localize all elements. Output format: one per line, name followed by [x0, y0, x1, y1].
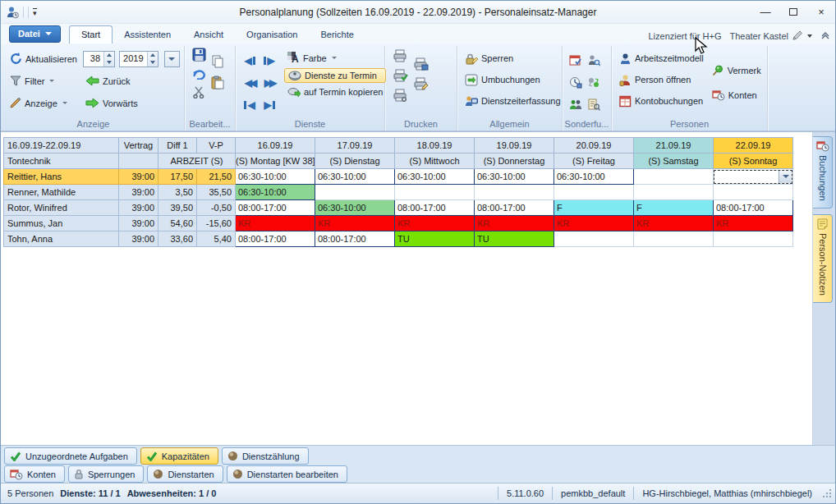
- dienste-zu-termin-button[interactable]: Dienste zu Termin: [284, 68, 386, 83]
- sperren-button[interactable]: Sperren: [462, 48, 558, 69]
- schedule-cell[interactable]: [714, 169, 793, 185]
- print-check-icon[interactable]: [393, 69, 408, 83]
- umbuchungen-button[interactable]: Umbuchungen: [462, 69, 558, 90]
- arbeitszeitmodell-button[interactable]: Arbeitszeitmodell: [616, 48, 707, 69]
- two-persons-icon[interactable]: [569, 99, 582, 111]
- schedule-cell[interactable]: [475, 185, 554, 200]
- schedule-cell[interactable]: 06:30-10:00: [475, 169, 554, 185]
- tab-ansicht[interactable]: Ansicht: [182, 26, 235, 44]
- profile-selector[interactable]: Theater Kastel: [729, 30, 812, 41]
- person-search-icon[interactable]: [587, 54, 600, 66]
- undo-icon[interactable]: [192, 68, 206, 80]
- nav-last-button[interactable]: ▶: [264, 99, 274, 111]
- save-icon[interactable]: [192, 48, 206, 62]
- maximize-button[interactable]: [779, 2, 807, 23]
- side-tab-buchungen[interactable]: Buchungen: [813, 136, 833, 208]
- nav-fast-forward-button[interactable]: ▶▶: [264, 77, 274, 89]
- person-name-cell[interactable]: Rotor, Winifred: [4, 200, 119, 216]
- vermerk-button[interactable]: Vermerk: [709, 60, 765, 81]
- dienstarten-bearbeiten-button[interactable]: Dienstarten bearbeiten: [227, 465, 347, 483]
- paste-icon[interactable]: [211, 76, 224, 89]
- dienstzeiterfassung-button[interactable]: Dienstzeiterfassung: [462, 90, 558, 112]
- schedule-cell[interactable]: [634, 169, 714, 185]
- schedule-cell[interactable]: 06:30-10:00: [395, 169, 475, 185]
- copy-icon[interactable]: [211, 55, 224, 69]
- spin-down-icon[interactable]: [104, 59, 114, 66]
- person-name-cell[interactable]: Renner, Mathilde: [4, 185, 119, 200]
- schedule-cell[interactable]: KR: [554, 216, 634, 231]
- collapse-ribbon-icon[interactable]: [820, 32, 830, 40]
- schedule-cell[interactable]: [634, 231, 714, 247]
- tab-assistenten[interactable]: Assistenten: [113, 26, 182, 44]
- schedule-cell[interactable]: KR: [315, 216, 395, 231]
- schedule-cell[interactable]: KR: [236, 216, 315, 231]
- konten-button[interactable]: Konten: [709, 85, 765, 106]
- aktualisieren-button[interactable]: Aktualisieren: [7, 51, 83, 66]
- schedule-cell[interactable]: [634, 185, 714, 200]
- schedule-cell[interactable]: TU: [395, 231, 475, 247]
- schedule-cell[interactable]: KR: [714, 216, 793, 231]
- schedule-cell[interactable]: [395, 185, 475, 200]
- resize-grip[interactable]: [822, 488, 832, 498]
- spin-down-icon[interactable]: [148, 59, 158, 66]
- nav-fast-back-button[interactable]: ◀◀: [245, 77, 255, 89]
- schedule-cell[interactable]: 06:30-10:00: [315, 169, 395, 185]
- schedule-cell[interactable]: [714, 185, 793, 200]
- schedule-cell[interactable]: 08:00-17:00: [236, 200, 315, 216]
- year-spinner[interactable]: 2019: [119, 51, 158, 67]
- schedule-cell[interactable]: 08:00-17:00: [395, 200, 475, 216]
- shift-combobox[interactable]: [714, 170, 792, 184]
- tab-start[interactable]: Start: [69, 25, 113, 44]
- schedule-cell[interactable]: KR: [634, 216, 714, 231]
- nav-first-button[interactable]: ◀: [244, 99, 255, 111]
- tab-berichte[interactable]: Berichte: [309, 26, 365, 44]
- dienstzaehlung-button[interactable]: Dienstzählung: [222, 447, 309, 465]
- cut-icon[interactable]: [192, 86, 205, 99]
- vorwaerts-button[interactable]: Vorwärts: [82, 96, 141, 110]
- schedule-cell[interactable]: 06:30-10:00: [554, 169, 634, 185]
- farbe-button[interactable]: A Farbe: [284, 50, 386, 66]
- week-spinner[interactable]: 38: [83, 51, 115, 67]
- schedule-cell[interactable]: [554, 231, 634, 247]
- print-settings-icon[interactable]: [393, 89, 408, 103]
- combo-dropdown-button[interactable]: [779, 171, 792, 183]
- print-icon[interactable]: [393, 49, 408, 63]
- schedule-cell[interactable]: 06:30-10:00: [315, 200, 395, 216]
- clock-icon[interactable]: [569, 76, 582, 89]
- schedule-cell[interactable]: KR: [475, 216, 554, 231]
- schedule-cell[interactable]: F: [634, 200, 714, 216]
- period-dropdown-button[interactable]: [164, 51, 180, 67]
- schedule-cell[interactable]: F: [554, 200, 634, 216]
- konten-bottom-button[interactable]: Konten: [4, 465, 65, 483]
- schedule-cell[interactable]: KR: [395, 216, 475, 231]
- schedule-cell[interactable]: TU: [475, 231, 554, 247]
- unzugeordnete-aufgaben-button[interactable]: Unzugeordnete Aufgaben: [4, 447, 137, 465]
- schedule-cell[interactable]: 08:00-17:00: [475, 200, 554, 216]
- schedule-cell[interactable]: 08:00-17:00: [714, 200, 793, 216]
- nav-prev-frame-button[interactable]: ◀: [244, 55, 255, 66]
- side-tab-person-notizen[interactable]: Person-Notizen: [813, 214, 833, 303]
- spin-up-icon[interactable]: [148, 52, 158, 59]
- calendar-check-icon[interactable]: [569, 54, 582, 66]
- person-name-cell[interactable]: Reittier, Hans: [4, 169, 119, 185]
- kontobuchungen-button[interactable]: Kontobuchungen: [616, 90, 707, 112]
- sync-balls-icon[interactable]: [587, 76, 600, 89]
- sperrungen-button[interactable]: Sperrungen: [68, 465, 145, 483]
- protocol-search-icon[interactable]: [587, 99, 600, 111]
- close-button[interactable]: ×: [807, 2, 835, 23]
- person-name-cell[interactable]: Tohn, Anna: [4, 231, 119, 247]
- spin-up-icon[interactable]: [104, 52, 114, 59]
- schedule-cell[interactable]: 08:00-17:00: [315, 231, 395, 247]
- file-menu-button[interactable]: Datei: [9, 25, 61, 43]
- schedule-cell[interactable]: [315, 185, 395, 200]
- dienstarten-button[interactable]: Dienstarten: [147, 465, 223, 483]
- tab-organisation[interactable]: Organisation: [235, 26, 309, 44]
- auf-termin-kopieren-button[interactable]: auf Termin kopieren: [284, 85, 386, 99]
- print-list-icon[interactable]: [413, 57, 429, 71]
- print-edit-icon[interactable]: [413, 77, 429, 91]
- nav-next-frame-button[interactable]: ▶: [264, 55, 274, 66]
- schedule-cell[interactable]: 06:30-10:00: [236, 169, 315, 185]
- zurueck-button[interactable]: Zurück: [82, 74, 134, 88]
- schedule-cell[interactable]: 08:00-17:00: [236, 231, 315, 247]
- schedule-cell[interactable]: [554, 185, 634, 200]
